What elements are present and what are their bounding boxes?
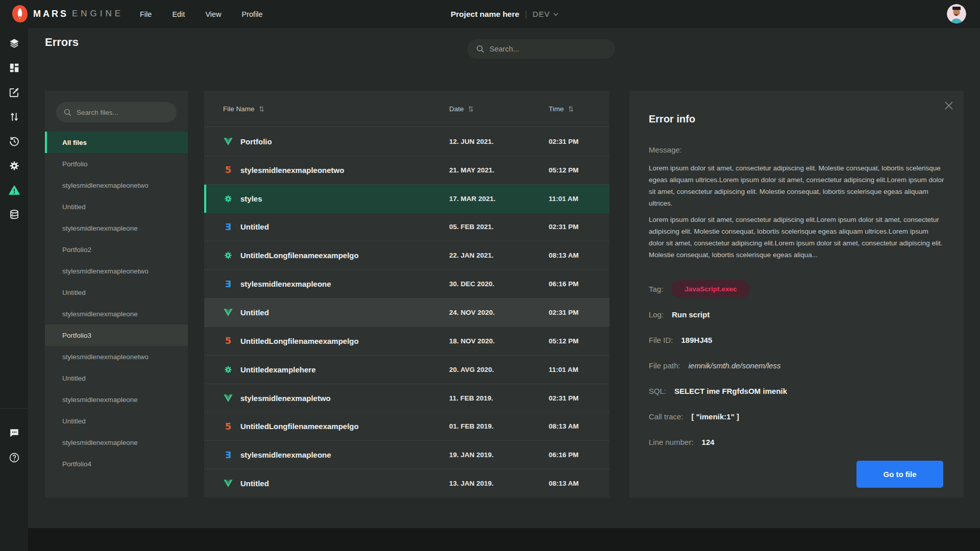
error-message: Lorem ipsum dolor sit amet, consectetur … <box>649 162 944 261</box>
vue-file-icon <box>223 307 233 317</box>
table-row[interactable]: 5 stylesmidlenexmapleonetwo 21. MAY 2021… <box>204 156 609 185</box>
table-row[interactable]: Ǝ stylesmidlenexmapleone 19. JAN 2019. 0… <box>204 441 609 469</box>
vue-file-icon <box>223 136 233 146</box>
table-column-header[interactable]: Date <box>449 105 549 113</box>
file-list-item[interactable]: stylesmidlenexmapleone <box>45 432 188 453</box>
rail-button[interactable] <box>0 154 28 178</box>
file-list-item[interactable]: stylesmidlenexmapleonetwo <box>45 174 188 196</box>
file-date: 12. JUN 2021. <box>449 138 549 145</box>
table-row[interactable]: Portfolio 12. JUN 2021. 02:31 PM <box>204 128 609 156</box>
file-list-item[interactable]: All files <box>45 132 188 153</box>
error-field-value: 189HJ45 <box>681 336 713 344</box>
file-list-item[interactable]: Untitled <box>45 282 188 303</box>
file-time: 02:31 PM <box>549 138 609 145</box>
search-input[interactable] <box>489 45 606 53</box>
environment-label: DEV <box>533 10 550 18</box>
file-name: Portfolio <box>240 137 272 146</box>
table-row[interactable]: Ǝ stylesmidlenexmapleone 30. DEC 2020. 0… <box>204 270 609 298</box>
rail-button[interactable] <box>0 203 28 227</box>
error-field-label: Log: <box>649 310 664 319</box>
file-list-item[interactable]: Portfolio <box>45 153 188 174</box>
file-search-input[interactable] <box>77 109 169 116</box>
table-row[interactable]: stylesmidlenexmapletwo 11. FEB 2019. 02:… <box>204 384 609 413</box>
sort-icon <box>469 106 473 112</box>
file-date: 20. AVG 2020. <box>449 366 549 373</box>
rail-button[interactable] <box>0 445 28 470</box>
topbar-menu-item[interactable]: File <box>139 8 153 20</box>
error-message-paragraph: Lorem ipsum dolor sit amet, consectetur … <box>649 214 944 261</box>
file-list-item[interactable]: Portfolio2 <box>45 239 188 260</box>
table-row[interactable]: 5 UntitledLongfilenameexampelgo 18. NOV … <box>204 327 609 356</box>
file-list-item-label: stylesmidlenexmapleonetwo <box>62 267 149 275</box>
css3-file-icon: Ǝ <box>223 450 233 460</box>
error-field-value: Run script <box>672 310 709 319</box>
error-field-value: JavaScript.exec <box>671 280 750 298</box>
rail-button[interactable] <box>0 31 28 56</box>
file-time: 08:13 AM <box>549 480 609 487</box>
error-field-row: Call trace: [ "imenik:1" ] <box>649 404 944 429</box>
file-list-item-label: stylesmidlenexmapleone <box>62 224 138 232</box>
topbar-menu-item[interactable]: Profile <box>241 8 264 20</box>
table-row[interactable]: UntitledLongfilenameexampelgo 22. JAN 20… <box>204 241 609 270</box>
layers-icon <box>9 38 20 49</box>
history-icon <box>9 136 20 147</box>
rail-main-group <box>0 28 28 227</box>
file-list-item[interactable]: stylesmidlenexmapleonetwo <box>45 346 188 367</box>
topbar-menu-item[interactable]: View <box>204 8 222 20</box>
table-row[interactable]: 5 UntitledLongfilenameexampelgo 01. FEB … <box>204 412 609 441</box>
topbar-menu: FileEditViewProfile <box>139 0 264 28</box>
avatar[interactable] <box>947 4 966 23</box>
message-label: Message: <box>649 145 944 154</box>
table-row[interactable]: Ǝ Untitled 05. FEB 2021. 02:31 PM <box>204 213 609 242</box>
file-list-item[interactable]: stylesmidlenexmapleone <box>45 217 188 239</box>
table-row[interactable]: Untitledexamplehere 20. AVG 2020. 11:01 … <box>204 356 609 384</box>
gear-file-icon <box>223 193 233 204</box>
gear-file-icon <box>223 364 233 374</box>
rail-button[interactable] <box>0 421 28 445</box>
file-list-item[interactable]: Portfolio3 <box>45 324 188 346</box>
file-time: 05:12 PM <box>549 166 609 174</box>
table-column-header[interactable]: File Name <box>223 105 449 113</box>
file-time: 08:13 AM <box>549 422 609 430</box>
rail-footer-group <box>0 409 28 470</box>
file-list-item-label: stylesmidlenexmapleonetwo <box>62 182 149 189</box>
file-list-item-label: All files <box>62 139 87 146</box>
table-row[interactable]: styles 17. MAR 2021. 11:01 AM <box>204 185 609 213</box>
file-list-item[interactable]: stylesmidlenexmapleone <box>45 389 188 410</box>
rail-button[interactable] <box>0 56 28 80</box>
rail-button[interactable] <box>0 129 28 154</box>
help-icon <box>9 452 20 463</box>
table-row[interactable]: Untitled 24. NOV 2020. 02:31 PM <box>204 298 609 327</box>
table-row[interactable]: Untitled 13. JAN 2019. 08:13 AM <box>204 469 609 497</box>
global-search[interactable] <box>467 39 615 59</box>
topbar-menu-item[interactable]: Edit <box>171 8 186 20</box>
file-search[interactable] <box>56 102 177 122</box>
file-time: 11:01 AM <box>549 195 609 203</box>
brand-logo[interactable]: MARS ENGINE <box>11 5 124 23</box>
file-list-item[interactable]: stylesmidlenexmapleone <box>45 303 188 324</box>
rail-button[interactable] <box>0 80 28 105</box>
error-field-label: File path: <box>649 361 680 370</box>
file-name: UntitledLongfilenameexampelgo <box>240 337 359 345</box>
file-list-item-label: Portfolio4 <box>62 460 91 468</box>
file-date: 19. JAN 2019. <box>449 451 549 459</box>
error-field-label: File ID: <box>649 336 673 344</box>
chevron-down-icon <box>553 13 558 16</box>
project-separator: | <box>525 10 527 19</box>
file-list-item[interactable]: Untitled <box>45 367 188 389</box>
table-column-header[interactable]: Time <box>549 105 609 113</box>
rail-button[interactable] <box>0 105 28 129</box>
file-list-item[interactable]: Portfolio4 <box>45 453 188 474</box>
file-list-item-label: Untitled <box>62 203 86 211</box>
go-to-file-button[interactable]: Go to file <box>856 461 943 488</box>
file-list-item[interactable]: Untitled <box>45 196 188 217</box>
page-title: Errors <box>45 36 79 49</box>
file-list-item[interactable]: Untitled <box>45 410 188 432</box>
file-list-item[interactable]: stylesmidlenexmapleonetwo <box>45 260 188 282</box>
environment-dropdown[interactable]: DEV <box>533 10 559 18</box>
file-date: 13. JAN 2019. <box>449 480 549 487</box>
file-time: 06:16 PM <box>549 451 609 459</box>
error-field-row: Log: Run script <box>649 302 944 327</box>
rail-button[interactable] <box>0 178 28 203</box>
file-list-item-label: stylesmidlenexmapleone <box>62 310 138 318</box>
